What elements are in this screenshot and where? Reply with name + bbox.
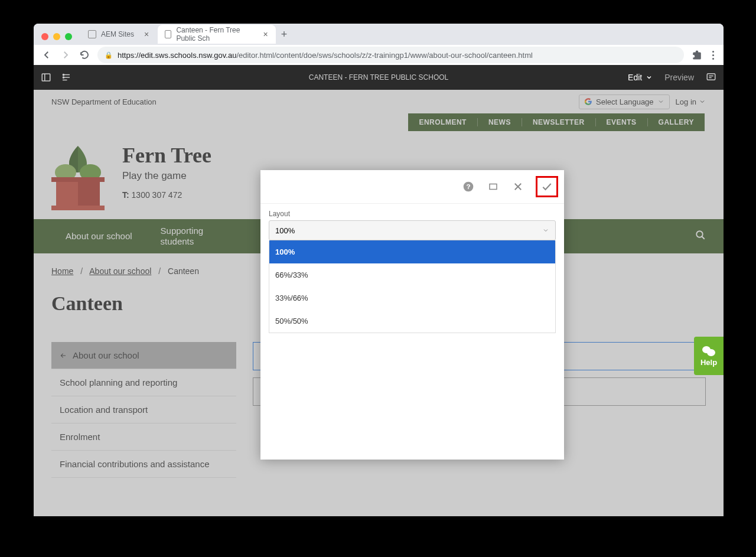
confirm-button[interactable] [536, 176, 558, 197]
tab-label: AEM Sites [101, 30, 134, 38]
svg-rect-14 [51, 206, 105, 210]
svg-rect-13 [78, 180, 100, 206]
help-button[interactable]: Help [694, 337, 724, 375]
chrome-header: AEM Sites × Canteen - Fern Tree Public S… [34, 24, 724, 65]
nav-events[interactable]: EVENTS [596, 118, 648, 126]
layout-options: 100% 66%/33% 33%/66% 50%/50% [269, 240, 556, 333]
tab-aem-sites[interactable]: AEM Sites × [81, 25, 158, 44]
login-link[interactable]: Log in [676, 97, 706, 106]
url-domain: https://edit.sws.schools.nsw.gov.au [118, 51, 236, 60]
breadcrumb-current: Canteen [168, 266, 199, 276]
svg-point-24 [707, 349, 715, 356]
svg-text:?: ? [466, 183, 470, 190]
nav-about[interactable]: About our school [51, 231, 146, 242]
search-icon[interactable] [695, 230, 706, 243]
tabs-row: AEM Sites × Canteen - Fern Tree Public S… [34, 24, 724, 45]
close-window[interactable] [41, 33, 48, 40]
page-info-icon[interactable] [61, 72, 71, 83]
option-100[interactable]: 100% [269, 240, 555, 263]
chevron-down-icon [542, 227, 549, 234]
layout-label: Layout [269, 210, 556, 218]
url-row: 🔒 https://edit.sws.schools.nsw.gov.au/ed… [34, 45, 724, 65]
lock-icon: 🔒 [105, 51, 113, 59]
close-icon[interactable]: × [262, 30, 269, 38]
url-path: /editor.html/content/doe/sws/schools/z/z… [236, 51, 532, 60]
side-nav-about[interactable]: About our school [51, 342, 236, 369]
breadcrumb-home[interactable]: Home [51, 266, 73, 276]
page-title-bar: CANTEEN - FERN TREE PUBLIC SCHOOL [34, 73, 724, 82]
svg-line-17 [702, 236, 705, 239]
utility-nav: ENROLMENT NEWS NEWSLETTER EVENTS GALLERY [408, 113, 705, 131]
layout-dialog: ? Layout 100% 100% 66%/33% 33%/66% 50% [260, 170, 564, 460]
maximize-window[interactable] [65, 33, 72, 40]
svg-point-16 [696, 231, 703, 237]
help-icon[interactable]: ? [461, 180, 475, 194]
chevron-down-icon [657, 98, 664, 105]
tab-label: Canteen - Fern Tree Public Sch [176, 26, 254, 43]
breadcrumb-about[interactable]: About our school [89, 266, 151, 276]
minimize-window[interactable] [53, 33, 60, 40]
aem-editor-bar: CANTEEN - FERN TREE PUBLIC SCHOOL Edit P… [34, 65, 724, 90]
option-33-66[interactable]: 33%/66% [269, 286, 555, 310]
side-nav: About our school School planning and rep… [51, 342, 236, 478]
edit-mode-select[interactable]: Edit [628, 73, 653, 82]
nav-supporting[interactable]: Supportingstudents [146, 226, 218, 247]
svg-point-5 [63, 74, 64, 75]
side-nav-financial[interactable]: Financial contributions and assistance [51, 451, 236, 478]
nav-news[interactable]: NEWS [478, 118, 522, 126]
arrow-left-icon [60, 352, 67, 359]
phone: T: 1300 307 472 [122, 190, 211, 200]
nav-enrolment[interactable]: ENROLMENT [408, 118, 478, 126]
browser-window: AEM Sites × Canteen - Fern Tree Public S… [34, 24, 724, 516]
page-icon [165, 30, 171, 38]
side-nav-location[interactable]: Location and transport [51, 396, 236, 424]
close-icon[interactable]: × [142, 30, 151, 38]
google-icon [584, 97, 592, 106]
reload-button[interactable] [79, 49, 90, 61]
svg-rect-15 [51, 177, 105, 182]
close-icon[interactable] [511, 180, 525, 194]
side-nav-planning[interactable]: School planning and reporting [51, 369, 236, 396]
chevron-down-icon [699, 98, 706, 105]
svg-rect-20 [490, 184, 497, 190]
new-tab-button[interactable]: + [276, 26, 292, 43]
browser-menu[interactable] [710, 51, 716, 60]
nav-newsletter[interactable]: NEWSLETTER [522, 118, 596, 126]
chat-icon [702, 345, 716, 357]
page-icon [88, 30, 96, 38]
forward-button[interactable] [60, 49, 71, 61]
school-tagline: Play the game [122, 170, 211, 182]
school-logo [51, 143, 105, 211]
nav-gallery[interactable]: GALLERY [648, 118, 705, 126]
url-bar[interactable]: 🔒 https://edit.sws.schools.nsw.gov.au/ed… [97, 47, 684, 63]
fullscreen-icon[interactable] [486, 180, 500, 194]
dialog-header: ? [260, 170, 564, 204]
svg-rect-0 [42, 74, 50, 81]
svg-point-6 [63, 77, 64, 78]
window-controls [41, 33, 72, 40]
language-select[interactable]: Select Language [579, 95, 670, 109]
side-nav-enrolment[interactable]: Enrolment [51, 424, 236, 451]
option-50-50[interactable]: 50%/50% [269, 310, 555, 333]
back-button[interactable] [41, 49, 53, 61]
school-title: Fern Tree [122, 143, 211, 168]
option-66-33[interactable]: 66%/33% [269, 263, 555, 286]
preview-button[interactable]: Preview [664, 73, 694, 82]
dept-label: NSW Department of Education [51, 97, 157, 106]
extension-icon[interactable] [691, 49, 703, 61]
svg-rect-7 [707, 73, 715, 80]
tab-canteen[interactable]: Canteen - Fern Tree Public Sch × [158, 25, 276, 44]
side-panel-icon[interactable] [41, 72, 51, 83]
annotate-icon[interactable] [706, 71, 716, 84]
layout-select[interactable]: 100% [269, 220, 556, 240]
